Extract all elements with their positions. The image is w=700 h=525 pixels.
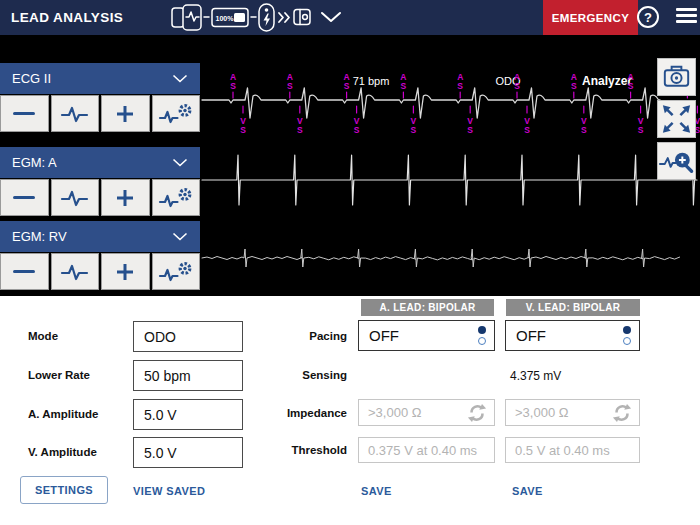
pacing-label: Pacing — [227, 330, 347, 342]
minus-icon — [13, 196, 35, 200]
plus-icon — [115, 188, 135, 208]
radio-indicator — [478, 326, 486, 345]
gain-decrease-button[interactable] — [0, 95, 49, 132]
svg-text:S: S — [240, 125, 246, 135]
svg-text:S: S — [581, 125, 587, 135]
trace-normalize-button[interactable] — [51, 95, 100, 132]
pulse-icon — [60, 104, 90, 124]
svg-text:S: S — [411, 125, 417, 135]
svg-text:S: S — [524, 125, 530, 135]
trace-normalize-button[interactable] — [51, 253, 100, 290]
refresh-icon[interactable] — [467, 403, 487, 423]
camera-icon — [658, 58, 695, 96]
trace-settings-button[interactable] — [152, 253, 201, 290]
battery-icon: 100% — [212, 9, 248, 27]
lead-analysis-screen: LEAD ANALYSIS 100% — [0, 0, 700, 525]
gain-increase-button[interactable] — [101, 179, 150, 216]
plus-icon — [115, 104, 135, 124]
a-lead-header: A. LEAD: BIPOLAR — [361, 299, 494, 316]
pulse-gear-icon — [158, 102, 194, 126]
trace-settings-button[interactable] — [152, 95, 201, 132]
svg-text:S: S — [571, 81, 577, 91]
mode-label: Mode — [28, 330, 58, 342]
trace-select-egm-a[interactable]: EGM: A — [0, 147, 200, 178]
svg-text:S: S — [638, 125, 644, 135]
v-pacing-value: OFF — [516, 327, 546, 344]
threshold-label: Threshold — [227, 444, 347, 456]
telemetry-waves-icon — [279, 13, 289, 22]
svg-text:S: S — [628, 81, 634, 91]
minus-icon — [13, 270, 35, 274]
gain-decrease-button[interactable] — [0, 179, 49, 216]
programmer-icon — [172, 5, 201, 30]
svg-text:S: S — [354, 125, 360, 135]
v-impedance-value: >3,000 Ω — [515, 405, 568, 420]
a-impedance-value: >3,000 Ω — [368, 405, 421, 420]
view-saved-button[interactable]: VIEW SAVED — [133, 485, 205, 497]
plus-icon — [115, 262, 135, 282]
a-pacing-select[interactable]: OFF — [358, 320, 495, 351]
a-threshold-field[interactable]: 0.375 V at 0.40 ms — [358, 437, 495, 463]
a-impedance-field[interactable]: >3,000 Ω — [358, 399, 495, 426]
pulse-gear-icon — [158, 260, 194, 284]
trace-select-egm-rv[interactable]: EGM: RV — [0, 221, 200, 252]
trace-panel-egm-rv: EGM: RV — [0, 221, 200, 290]
menu-icon[interactable] — [676, 8, 697, 27]
pulse-icon — [60, 188, 90, 208]
device-icon — [294, 10, 310, 25]
gain-increase-button[interactable] — [101, 253, 150, 290]
svg-text:S: S — [344, 81, 350, 91]
pulse-gear-icon — [158, 186, 194, 210]
trace-normalize-button[interactable] — [51, 179, 100, 216]
emergency-button[interactable]: EMERGENCY — [543, 0, 638, 35]
pulse-magnifier-icon — [658, 147, 695, 175]
top-bar: LEAD ANALYSIS 100% — [0, 0, 700, 35]
svg-text:S: S — [287, 81, 293, 91]
a-threshold-value: 0.375 V at 0.40 ms — [368, 443, 477, 458]
chevron-down-icon[interactable] — [322, 13, 340, 21]
a-pacing-value: OFF — [369, 327, 399, 344]
trace-settings-button[interactable] — [152, 179, 201, 216]
a-save-button[interactable]: SAVE — [361, 485, 392, 497]
minus-icon — [13, 112, 35, 116]
v-threshold-value: 0.5 V at 0.40 ms — [515, 443, 610, 458]
impedance-label: Impedance — [227, 407, 347, 419]
a-amplitude-label: A. Amplitude — [28, 408, 99, 420]
v-save-button[interactable]: SAVE — [512, 485, 543, 497]
pulse-icon — [60, 262, 90, 282]
trace-label: EGM: RV — [12, 229, 67, 244]
trace-label: ECG II — [12, 71, 51, 86]
svg-text:S: S — [230, 81, 236, 91]
chevron-down-icon — [172, 74, 188, 83]
sensing-label: Sensing — [227, 369, 347, 381]
gain-decrease-button[interactable] — [0, 253, 49, 290]
settings-button[interactable]: SETTINGS — [20, 476, 108, 504]
fullscreen-button[interactable] — [657, 100, 696, 138]
zoom-waveform-button[interactable] — [657, 142, 696, 180]
snapshot-button[interactable] — [657, 58, 696, 96]
v-lead-header: V. LEAD: BIPOLAR — [506, 299, 640, 316]
wand-icon — [259, 4, 274, 31]
svg-text:S: S — [401, 81, 407, 91]
v-impedance-field[interactable]: >3,000 Ω — [505, 399, 640, 426]
refresh-icon[interactable] — [612, 403, 632, 423]
trace-panel-egm-a: EGM: A — [0, 147, 200, 216]
trace-label: EGM: A — [12, 155, 57, 170]
trace-panel-ecg: ECG II — [0, 63, 200, 132]
v-threshold-field[interactable]: 0.5 V at 0.40 ms — [505, 437, 640, 463]
lower-rate-label: Lower Rate — [28, 369, 90, 381]
v-sensing-value: 4.375 mV — [510, 369, 561, 383]
gain-increase-button[interactable] — [101, 95, 150, 132]
expand-arrows-icon — [658, 100, 695, 138]
chevron-down-icon — [172, 158, 188, 167]
page-title: LEAD ANALYSIS — [11, 0, 123, 35]
chevron-down-icon — [172, 232, 188, 241]
radio-indicator — [623, 326, 631, 345]
trace-select-ecg[interactable]: ECG II — [0, 63, 200, 94]
svg-text:S: S — [467, 125, 473, 135]
svg-text:100%: 100% — [216, 15, 235, 22]
help-icon[interactable]: ? — [637, 6, 659, 28]
v-pacing-select[interactable]: OFF — [505, 320, 640, 351]
v-amplitude-label: V. Amplitude — [28, 446, 97, 458]
svg-text:S: S — [297, 125, 303, 135]
